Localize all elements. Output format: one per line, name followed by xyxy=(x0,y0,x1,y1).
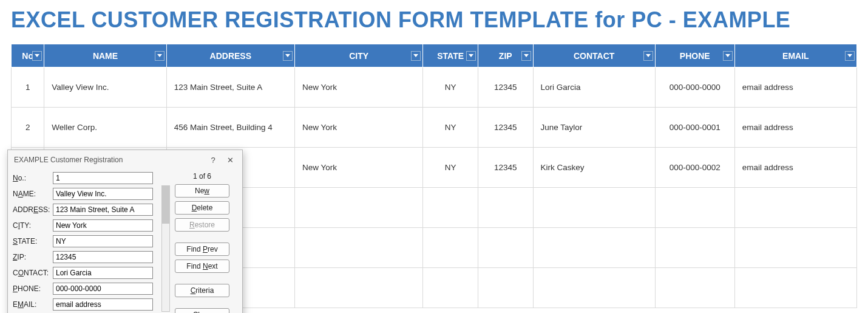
cell-phone[interactable] xyxy=(655,268,734,308)
field-label-name: NAME: xyxy=(13,190,53,198)
state-field[interactable] xyxy=(53,235,153,247)
cell-zip[interactable] xyxy=(478,268,533,308)
cell-city[interactable]: New York xyxy=(295,108,423,148)
criteria-button[interactable]: Criteria xyxy=(175,284,229,297)
find-prev-button[interactable]: Find Prev xyxy=(175,242,229,256)
cell-phone[interactable] xyxy=(655,228,734,268)
cell-state[interactable]: NY xyxy=(423,148,478,188)
filter-dropdown-icon[interactable] xyxy=(643,51,653,61)
field-label-contact: CONTACT: xyxy=(13,269,53,277)
cell-no[interactable]: 1 xyxy=(12,67,44,108)
record-counter: 1 of 6 xyxy=(175,172,229,181)
help-icon[interactable]: ? xyxy=(205,154,222,166)
cell-city[interactable] xyxy=(295,268,423,308)
cell-no[interactable]: 2 xyxy=(12,108,44,148)
field-label-zip: ZIP: xyxy=(13,253,53,261)
restore-button[interactable]: Restore xyxy=(175,218,229,232)
column-header-label: EMAIL xyxy=(782,51,809,61)
field-label-phone: PHONE: xyxy=(13,284,53,293)
cell-city[interactable]: New York xyxy=(295,67,423,108)
column-header-city[interactable]: CITY xyxy=(295,44,423,67)
cell-email[interactable]: email address xyxy=(734,108,856,148)
new-button[interactable]: New xyxy=(175,184,229,198)
email-field[interactable] xyxy=(53,298,153,311)
column-header-label: ZIP xyxy=(499,51,512,61)
column-header-address[interactable]: ADDRESS xyxy=(166,44,294,67)
cell-phone[interactable] xyxy=(655,188,734,228)
column-header-email[interactable]: EMAIL xyxy=(734,44,856,67)
address-field[interactable] xyxy=(53,204,153,216)
cell-email[interactable]: email address xyxy=(734,148,856,188)
cell-city[interactable]: New York xyxy=(295,148,423,188)
name-field[interactable] xyxy=(53,188,153,200)
cell-state[interactable]: NY xyxy=(423,108,478,148)
cell-name[interactable]: Weller Corp. xyxy=(44,108,166,148)
cell-email[interactable] xyxy=(734,228,856,268)
column-header-label: No xyxy=(22,51,33,61)
filter-dropdown-icon[interactable] xyxy=(845,51,855,61)
cell-zip[interactable]: 12345 xyxy=(478,108,533,148)
filter-dropdown-icon[interactable] xyxy=(32,51,42,61)
cell-contact[interactable] xyxy=(533,188,655,228)
cell-contact[interactable]: June Taylor xyxy=(533,108,655,148)
column-header-label: CITY xyxy=(349,51,368,61)
column-header-no[interactable]: No xyxy=(12,44,44,67)
cell-contact[interactable] xyxy=(533,228,655,268)
column-header-name[interactable]: NAME xyxy=(44,44,166,67)
page-title: EXCEL CUSTOMER REGISTRATION FORM TEMPLAT… xyxy=(0,0,868,44)
cell-zip[interactable]: 12345 xyxy=(478,67,533,108)
close-button[interactable]: Close xyxy=(175,308,229,313)
cell-state[interactable] xyxy=(423,188,478,228)
filter-dropdown-icon[interactable] xyxy=(283,51,293,61)
dialog-title: EXAMPLE Customer Registration xyxy=(14,156,205,164)
delete-button[interactable]: Delete xyxy=(175,201,229,215)
cell-email[interactable] xyxy=(734,268,856,308)
cell-state[interactable]: NY xyxy=(423,67,478,108)
cell-city[interactable] xyxy=(295,228,423,268)
column-header-label: STATE xyxy=(437,51,464,61)
filter-dropdown-icon[interactable] xyxy=(411,51,421,61)
cell-address[interactable]: 456 Main Street, Building 4 xyxy=(166,108,294,148)
filter-dropdown-icon[interactable] xyxy=(521,51,531,61)
cell-contact[interactable]: Lori Garcia xyxy=(533,67,655,108)
cell-zip[interactable] xyxy=(478,228,533,268)
cell-phone[interactable]: 000-000-0000 xyxy=(655,67,734,108)
cell-phone[interactable]: 000-000-0001 xyxy=(655,108,734,148)
no-field[interactable] xyxy=(53,172,153,184)
cell-address[interactable]: 123 Main Street, Suite A xyxy=(166,67,294,108)
table-row[interactable]: 2Weller Corp.456 Main Street, Building 4… xyxy=(12,108,857,148)
field-label-no: No.: xyxy=(13,174,53,182)
filter-dropdown-icon[interactable] xyxy=(155,51,164,61)
column-header-label: NAME xyxy=(93,51,118,61)
column-header-zip[interactable]: ZIP xyxy=(478,44,533,67)
column-header-phone[interactable]: PHONE xyxy=(655,44,734,67)
cell-email[interactable]: email address xyxy=(734,67,856,108)
column-header-state[interactable]: STATE xyxy=(423,44,478,67)
column-header-label: CONTACT xyxy=(574,51,614,61)
cell-name[interactable]: Valley View Inc. xyxy=(44,67,166,108)
cell-state[interactable] xyxy=(423,228,478,268)
zip-field[interactable] xyxy=(53,251,153,263)
record-scrollbar[interactable] xyxy=(161,185,170,312)
phone-field[interactable] xyxy=(53,283,153,295)
table-row[interactable]: 1Valley View Inc.123 Main Street, Suite … xyxy=(12,67,857,108)
filter-dropdown-icon[interactable] xyxy=(466,51,476,61)
cell-state[interactable] xyxy=(423,268,478,308)
field-label-city: CITY: xyxy=(13,221,53,230)
field-label-email: EMAIL: xyxy=(13,300,53,309)
contact-field[interactable] xyxy=(53,267,153,279)
cell-phone[interactable]: 000-000-0002 xyxy=(655,148,734,188)
cell-zip[interactable]: 12345 xyxy=(478,148,533,188)
cell-email[interactable] xyxy=(734,188,856,228)
field-label-state: STATE: xyxy=(13,237,53,246)
close-icon[interactable]: ✕ xyxy=(222,154,239,166)
find-next-button[interactable]: Find Next xyxy=(175,260,229,273)
cell-contact[interactable]: Kirk Caskey xyxy=(533,148,655,188)
filter-dropdown-icon[interactable] xyxy=(723,51,733,61)
cell-contact[interactable] xyxy=(533,268,655,308)
dialog-titlebar[interactable]: EXAMPLE Customer Registration ? ✕ xyxy=(8,150,242,170)
cell-city[interactable] xyxy=(295,188,423,228)
cell-zip[interactable] xyxy=(478,188,533,228)
city-field[interactable] xyxy=(53,219,153,232)
column-header-contact[interactable]: CONTACT xyxy=(533,44,655,67)
